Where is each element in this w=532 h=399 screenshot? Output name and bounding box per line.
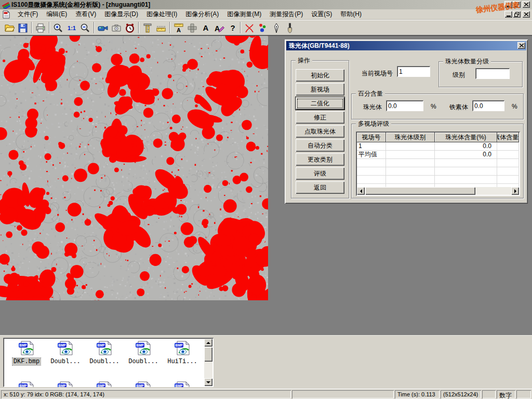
hscroll-thumb[interactable] <box>365 187 475 195</box>
menu-edit[interactable]: 编辑(E) <box>42 9 71 20</box>
hscroll-right-button[interactable] <box>511 187 519 195</box>
grade-button[interactable]: 评级 <box>296 167 344 180</box>
file-name[interactable]: DKF.bmp <box>12 358 41 365</box>
color-classify-button[interactable] <box>257 21 269 34</box>
table-row[interactable] <box>357 176 519 184</box>
hscroll-left-button[interactable] <box>357 187 365 195</box>
snapshot-button[interactable] <box>110 21 123 34</box>
menu-settings[interactable]: 设置(S) <box>307 9 336 20</box>
ferrite-percent-input[interactable] <box>472 100 504 111</box>
video-capture-button[interactable] <box>97 21 109 34</box>
curve-erase-button[interactable] <box>243 21 256 34</box>
file-item[interactable]: BMP Doubl... <box>46 340 85 365</box>
bmp-file-icon: BMP <box>96 381 113 387</box>
menu-view[interactable]: 查看(V) <box>71 9 100 20</box>
file-item-partial[interactable]: BMP <box>163 381 202 387</box>
pick-pearlite-button[interactable]: 点取珠光体 <box>296 125 344 138</box>
level-label: 级别 <box>453 71 465 79</box>
toolbar-separator <box>94 22 95 33</box>
pearlite-percent-input[interactable] <box>386 100 423 111</box>
close-button[interactable] <box>522 1 530 8</box>
file-item[interactable]: BMP Doubl... <box>85 340 124 365</box>
file-name[interactable]: Doubl... <box>127 358 159 365</box>
text-edit-button[interactable]: A <box>213 21 225 34</box>
file-item[interactable]: BMP HuiTi... <box>163 340 202 365</box>
file-item[interactable]: BMP Doubl... <box>124 340 163 365</box>
file-item[interactable]: BMP DKF.bmp <box>7 340 46 365</box>
level-input[interactable] <box>475 68 510 79</box>
initialize-button[interactable]: 初始化 <box>296 69 344 82</box>
percent-group-label: 百分含量 <box>356 90 385 97</box>
vscroll-up-button[interactable] <box>204 339 212 347</box>
table-row[interactable]: 平均值0.0 <box>357 151 519 159</box>
file-name[interactable]: Doubl... <box>49 358 82 365</box>
status-bar: x: 510 y: 79 idx: 0 RGB: (174, 174, 174)… <box>0 389 532 399</box>
ferrite-unit: % <box>512 103 517 110</box>
vscroll-down-button[interactable] <box>204 378 212 386</box>
text-annotate-button[interactable]: A <box>200 21 212 34</box>
menu-image-measure[interactable]: 图像测量(M) <box>223 9 265 20</box>
brush-icon <box>284 22 296 34</box>
zoom-out-button[interactable] <box>79 21 91 34</box>
help-button[interactable]: ? <box>227 21 239 34</box>
correct-button[interactable]: 修正 <box>296 111 344 124</box>
return-button[interactable]: 返回 <box>296 181 344 194</box>
zoom-in-button[interactable] <box>52 21 64 34</box>
binarize-button[interactable]: 二值化 <box>296 97 344 110</box>
grid-tool-button[interactable] <box>186 21 198 34</box>
file-name[interactable]: Doubl... <box>88 358 121 365</box>
ruler-horizontal-button[interactable] <box>155 21 167 34</box>
status-position: x: 510 y: 79 idx: 0 RGB: (174, 174, 174) <box>1 390 291 398</box>
table-row[interactable]: 10.0 <box>357 142 519 151</box>
open-file-button[interactable] <box>3 21 16 34</box>
close-icon <box>524 3 528 6</box>
mdi-minimize-button[interactable] <box>504 11 512 18</box>
bmp-file-icon: BMP <box>96 340 113 356</box>
dialog-close-button[interactable] <box>517 42 525 49</box>
table-row[interactable] <box>357 159 519 167</box>
menu-image-process[interactable]: 图像处理(I) <box>142 9 181 20</box>
dialog-title: 珠光体(GB/T9441-88) <box>289 42 350 50</box>
vscroll-thumb[interactable] <box>204 347 212 362</box>
menu-image-display[interactable]: 图像显示(D) <box>100 9 142 20</box>
file-list-vscrollbar[interactable] <box>204 339 212 386</box>
bmp-file-icon: BMP <box>18 381 35 387</box>
multiview-group: 多视场评级 视场号 珠光体级别 珠光体含量(%) 铁素体含量(%) 10.0 平… <box>351 124 524 198</box>
col-view-no: 视场号 <box>357 132 386 142</box>
toolbar-separator <box>31 22 32 33</box>
brush-button[interactable] <box>284 21 296 34</box>
current-view-input[interactable] <box>397 66 430 77</box>
caliper-vertical-button[interactable] <box>141 21 154 34</box>
menu-measure-report[interactable]: 测量报告(P) <box>265 9 307 20</box>
bmp-file-icon: BMP <box>18 340 35 356</box>
mdi-close-button[interactable] <box>522 11 530 18</box>
multiview-table[interactable]: 视场号 珠光体级别 珠光体含量(%) 铁素体含量(%) 10.0 平均值0.0 <box>356 131 520 196</box>
measure-text-button[interactable]: A <box>172 21 185 34</box>
table-hscrollbar[interactable] <box>357 187 519 195</box>
svg-text:BMP: BMP <box>175 343 183 347</box>
timer-button[interactable] <box>124 21 136 34</box>
file-item-partial[interactable]: BMP <box>85 381 124 387</box>
menu-help[interactable]: 帮助(H) <box>336 9 366 20</box>
file-item-partial[interactable]: BMP <box>124 381 163 387</box>
change-class-button[interactable]: 更改类别 <box>296 153 344 166</box>
print-button[interactable] <box>34 21 47 34</box>
menu-file[interactable]: 文件(F) <box>14 9 42 20</box>
dialog-close-icon <box>520 44 524 47</box>
file-list[interactable]: BMP DKF.bmp BMP Doubl... BMP Doubl... <box>3 338 214 387</box>
file-item-partial[interactable]: BMP <box>46 381 85 387</box>
specimen-image[interactable] <box>0 36 268 300</box>
svg-text:A: A <box>177 27 181 33</box>
mdi-restore-button[interactable] <box>513 11 521 18</box>
save-button[interactable] <box>17 21 29 34</box>
pen-button[interactable] <box>270 21 283 34</box>
file-name[interactable]: HuiTi... <box>166 358 198 365</box>
auto-classify-button[interactable]: 自动分类 <box>296 139 344 152</box>
actual-size-button[interactable]: 1:1 <box>65 21 78 34</box>
menu-image-analysis[interactable]: 图像分析(A) <box>181 9 223 20</box>
file-item-partial[interactable]: BMP <box>7 381 46 387</box>
new-field-button[interactable]: 新视场 <box>296 83 344 96</box>
curve-cross-icon <box>244 22 255 34</box>
clock-icon <box>124 22 136 34</box>
table-row[interactable] <box>357 167 519 176</box>
